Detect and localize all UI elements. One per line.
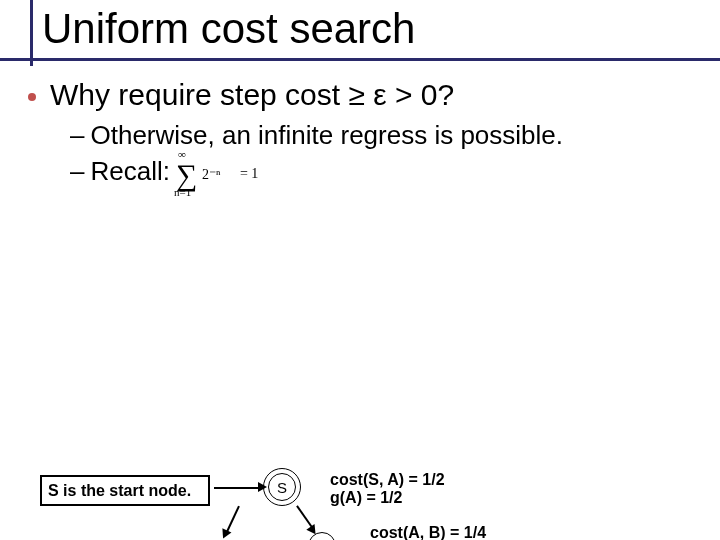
- cost-sa-label: cost(S, A) = 1/2: [330, 470, 445, 489]
- sub1-text: Otherwise, an infinite regress is possib…: [90, 120, 563, 151]
- dash-icon: –: [70, 156, 84, 187]
- slide-title: Uniform cost search: [42, 5, 415, 53]
- sub-bullet-2: – Recall: ∞ ∑ n=1 2⁻ⁿ = 1: [70, 156, 266, 196]
- dash-icon: –: [70, 120, 84, 151]
- title-vertical-line: [30, 0, 33, 66]
- node-s: S: [268, 473, 296, 501]
- g-a-label: g(A) = 1/2: [330, 488, 402, 507]
- sigma-lower: n=1: [174, 186, 191, 198]
- arrow-line: [225, 506, 239, 534]
- cost-ab-label: cost(A, B) = 1/4: [370, 523, 486, 540]
- sub-bullet-1: – Otherwise, an infinite regress is poss…: [70, 120, 563, 151]
- title-bar: Uniform cost search: [0, 0, 720, 66]
- start-node-label: S is the start node.: [40, 475, 210, 506]
- bullet-level1: Why require step cost ≥ ε > 0?: [28, 78, 454, 112]
- bullet-dot-icon: [28, 93, 36, 101]
- sigma-term: 2⁻ⁿ: [202, 166, 220, 183]
- title-horizontal-line: [0, 58, 720, 61]
- bullet1-text: Why require step cost ≥ ε > 0?: [50, 78, 454, 112]
- sub2-prefix: Recall:: [90, 156, 169, 187]
- sigma-rhs: = 1: [240, 166, 258, 182]
- arrow-head-icon: [219, 528, 232, 540]
- arrow-line: [214, 487, 262, 489]
- search-diagram: S is the start node. cost(S, G) = 1 G g(…: [0, 230, 720, 530]
- summation-formula: ∞ ∑ n=1 2⁻ⁿ = 1: [176, 154, 266, 194]
